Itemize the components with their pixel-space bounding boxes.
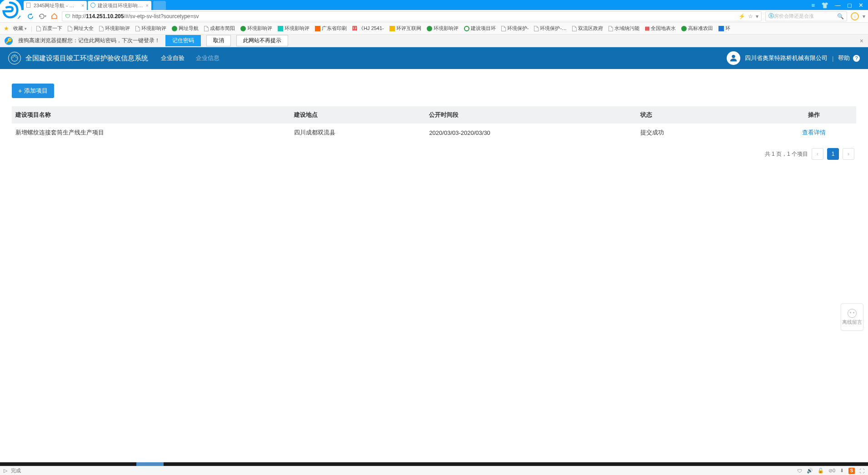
search-input[interactable]: ⓢ 房价会降还是会涨 🔍 — [765, 11, 847, 21]
bookmark-item[interactable]: 环 — [717, 24, 732, 33]
url-input[interactable]: 🛡 http://114.251.10.205/#/sv-etp-sv-list… — [62, 11, 762, 21]
nav-self-acceptance[interactable]: 企业自验 — [161, 54, 185, 61]
block-icon[interactable]: ⊘0 — [828, 468, 835, 474]
download-icon[interactable]: ↓ — [851, 12, 859, 20]
col-period: 公开时间段 — [425, 106, 637, 124]
bookmark-item[interactable]: 环境影响评 — [425, 24, 460, 33]
offline-message-label: 离线留言 — [842, 319, 862, 326]
home-button[interactable] — [50, 12, 58, 20]
reload-button[interactable] — [26, 12, 35, 20]
tab-close-icon[interactable]: × — [81, 3, 84, 8]
zoom-icon[interactable]: ⛶ — [859, 468, 864, 474]
address-bar: ▾ 🛡 http://114.251.10.205/#/sv-etp-sv-li… — [0, 10, 868, 23]
bookmark-item[interactable]: 环境影响评 — [134, 24, 168, 33]
menu-icon[interactable]: ≡ — [811, 2, 815, 9]
bookmark-item[interactable]: 环评互联网 — [388, 24, 423, 33]
undo-button[interactable]: ▾ — [38, 12, 46, 20]
download-status-icon[interactable]: ⬇ — [840, 468, 844, 474]
tab-title: 2345网址导航 - 开创中 — [34, 2, 79, 9]
bookmark-item[interactable]: 环境保护-… — [533, 24, 568, 33]
extension-icon[interactable]: ▾ — [863, 13, 865, 20]
never-prompt-button[interactable]: 此网站不再提示 — [236, 35, 288, 46]
app-user-area: 四川省奥莱特路桥机械有限公司 | 帮助 ? — [727, 51, 860, 65]
prev-page-button[interactable]: ‹ — [812, 148, 823, 160]
browser-status-bar: ▷ 完成 🛡 🔊 🔓 ⊘0 ⬇ S ⛶ — [0, 466, 868, 475]
add-project-button[interactable]: + 添加项目 — [12, 84, 54, 98]
bookmark-item[interactable]: 成都市简阳 — [203, 24, 236, 33]
status-text: 完成 — [11, 467, 21, 474]
avatar-icon[interactable] — [727, 51, 740, 65]
bookmark-item[interactable]: ▤全国地表水 — [644, 24, 677, 33]
url-text: http://114.251.10.205/#/sv-etp-sv-list?s… — [72, 13, 738, 20]
page-number-button[interactable]: 1 — [827, 148, 839, 160]
view-detail-link[interactable]: 查看详情 — [802, 129, 826, 136]
skin-icon[interactable]: 👕 — [821, 2, 828, 9]
star-icon[interactable]: ☆ — [748, 13, 753, 20]
cell-name: 新增螺纹连接套筒生产线生产项目 — [12, 124, 290, 142]
flash-icon[interactable]: ⚡ — [738, 13, 745, 20]
os-taskbar — [0, 462, 868, 466]
help-icon: ? — [853, 55, 860, 62]
cancel-password-button[interactable]: 取消 — [206, 35, 231, 46]
bookmark-item[interactable]: 环境影响评 — [98, 24, 131, 33]
bookmark-item[interactable]: 百度一下 — [35, 24, 64, 33]
remember-password-button[interactable]: 记住密码 — [165, 35, 201, 46]
chevron-down-icon[interactable]: ▾ — [756, 13, 758, 20]
tab-close-icon[interactable]: × — [145, 3, 148, 8]
bookmark-item[interactable]: 环境影响评 — [239, 24, 274, 33]
sound-icon[interactable]: 🔊 — [807, 468, 813, 474]
bookmark-item[interactable]: 环境影响评 — [276, 24, 311, 33]
bookmark-item[interactable]: 高标准农田 — [680, 24, 714, 33]
browser-tab-1[interactable]: 建设项目环境影响评价信 × — [88, 1, 151, 10]
bookmark-item[interactable]: 双流区政府 — [571, 24, 604, 33]
maximize-icon[interactable]: ◻ — [847, 2, 852, 9]
password-bar-text: 搜狗高速浏览器提醒您：记住此网站密码，下次一键登录！ — [18, 37, 160, 45]
pagination: 共 1 页，1 个项目 ‹ 1 › — [12, 148, 856, 160]
cell-location: 四川成都双流县 — [290, 124, 425, 142]
sogou-ime-icon[interactable]: S — [848, 468, 855, 474]
sogou-mini-icon: ⓢ — [768, 12, 774, 20]
user-name: 四川省奥莱特路桥机械有限公司 — [745, 54, 828, 62]
col-action: 操作 — [772, 106, 856, 124]
plus-icon: + — [18, 88, 22, 94]
page-content: + 添加项目 建设项目名称 建设地点 公开时间段 状态 操作 新增螺纹连接套筒生… — [0, 69, 868, 160]
pagination-summary: 共 1 页，1 个项目 — [765, 150, 808, 158]
bookmark-item[interactable]: 网址大全 — [66, 24, 95, 33]
search-icon[interactable]: 🔍 — [837, 13, 844, 20]
favorites-star-icon[interactable]: ★ — [4, 25, 9, 32]
col-location: 建设地点 — [290, 106, 425, 124]
new-tab-button[interactable] — [153, 1, 166, 10]
col-name: 建设项目名称 — [12, 106, 290, 124]
face-icon — [848, 309, 857, 318]
browser-tab-0[interactable]: 2345网址导航 - 开创中 × — [24, 1, 87, 10]
table-header-row: 建设项目名称 建设地点 公开时间段 状态 操作 — [12, 106, 856, 124]
bookmark-item[interactable]: 广东省印刷 — [314, 24, 348, 33]
svg-point-1 — [732, 55, 735, 58]
offline-message-widget[interactable]: 离线留言 — [841, 303, 863, 331]
table-row: 新增螺纹连接套筒生产线生产项目 四川成都双流县 2020/03/03-2020/… — [12, 124, 856, 142]
page-icon — [26, 3, 32, 8]
close-bar-icon[interactable]: × — [860, 37, 863, 45]
globe-icon — [90, 3, 96, 8]
nav-enterprise-info[interactable]: 企业信息 — [196, 54, 219, 61]
bookmark-item[interactable]: 建设项目环 — [463, 24, 497, 33]
play-icon[interactable]: ▷ — [4, 468, 7, 474]
cell-period: 2020/03/03-2020/03/30 — [425, 124, 637, 142]
close-icon[interactable]: ✕ — [858, 2, 863, 9]
shield-icon: 🛡 — [65, 13, 70, 20]
bookmarks-bar: ★ 收藏 ▾ | 百度一下 网址大全 环境影响评 环境影响评 网址导航 成都市简… — [0, 23, 868, 35]
bookmark-item[interactable]: 网址导航 — [170, 24, 200, 33]
minimize-icon[interactable]: — — [835, 2, 841, 9]
lock-icon[interactable]: 🔓 — [818, 468, 824, 474]
shield-status-icon[interactable]: 🛡 — [797, 468, 802, 474]
help-link[interactable]: 帮助 ? — [838, 54, 860, 62]
cell-status: 提交成功 — [637, 124, 772, 142]
browser-tab-bar: 2345网址导航 - 开创中 × 建设项目环境影响评价信 × ≡ 👕 — ◻ ✕ — [0, 0, 868, 10]
next-page-button[interactable]: › — [843, 148, 854, 160]
bookmark-item[interactable]: 囯《HJ 2541- — [351, 24, 385, 33]
favorites-label[interactable]: 收藏 ▾ — [12, 24, 28, 33]
bookmark-item[interactable]: 水域纳污能 — [607, 24, 641, 33]
sogou-logo[interactable] — [0, 0, 21, 21]
bookmark-item[interactable]: 环境保护- — [500, 24, 530, 33]
password-save-bar: 🔑 搜狗高速浏览器提醒您：记住此网站密码，下次一键登录！ 记住密码 取消 此网站… — [0, 35, 868, 47]
